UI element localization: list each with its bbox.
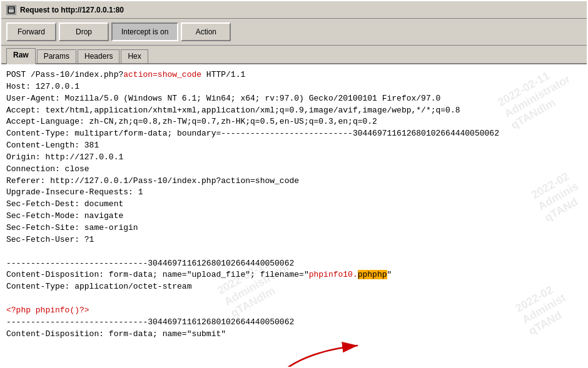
arrow-indicator: [264, 333, 389, 367]
action-button[interactable]: Action: [181, 22, 231, 41]
drop-button[interactable]: Drop: [59, 22, 109, 41]
filename-ext: pphphp: [358, 270, 387, 279]
request-line-method: POST /Pass-10/index.php?: [6, 70, 123, 79]
toolbar: Forward Drop Intercept is on Action: [1, 19, 587, 46]
content-disposition-line: Content-Disposition: form-data; name="up…: [6, 270, 392, 279]
title-bar: Request to http://127.0.0.1:80: [1, 1, 587, 19]
window-icon: [6, 5, 16, 15]
forward-button[interactable]: Forward: [6, 22, 56, 41]
intercept-button[interactable]: Intercept is on: [111, 22, 178, 41]
main-window: Request to http://127.0.0.1:80 Forward D…: [0, 0, 588, 368]
window-title: Request to http://127.0.0.1:80: [20, 6, 124, 14]
svg-rect-0: [8, 7, 14, 13]
tabs-bar: Raw Params Headers Hex: [1, 46, 587, 64]
php-code: <?php phpinfo()?>: [6, 306, 89, 315]
tab-headers[interactable]: Headers: [78, 49, 119, 63]
tab-hex[interactable]: Hex: [121, 49, 148, 63]
request-action-param: action=show_code: [123, 70, 201, 79]
filename-phpinfo: phpinfo10.: [309, 270, 358, 279]
request-body: POST /Pass-10/index.php?action=show_code…: [6, 69, 582, 340]
content-area[interactable]: 2022-02-11AdministratorqTANdlm 2022-02Ad…: [1, 64, 587, 367]
tab-raw[interactable]: Raw: [6, 48, 36, 64]
tab-params[interactable]: Params: [37, 49, 76, 63]
request-line-protocol: HTTP/1.1: [201, 70, 245, 79]
